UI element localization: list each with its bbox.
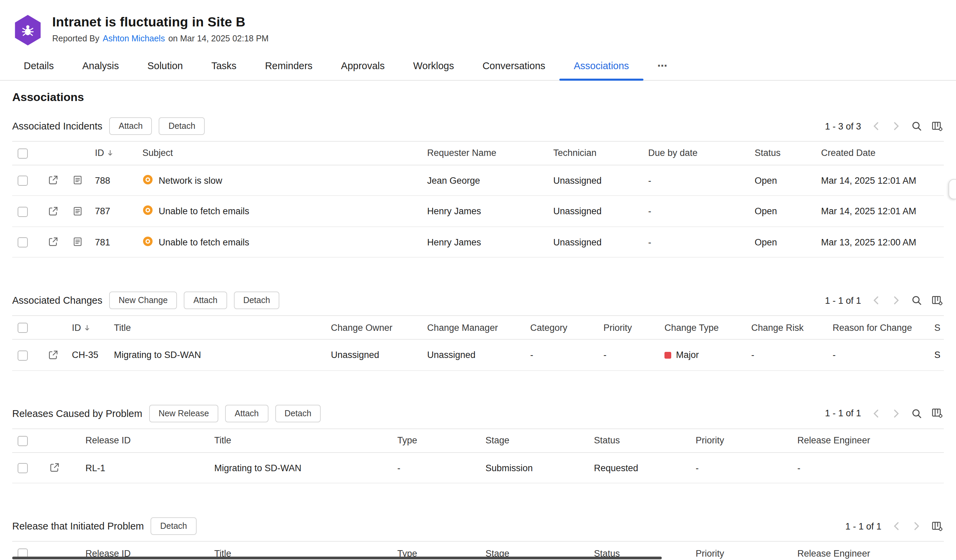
- changes-detach-button[interactable]: Detach: [234, 292, 279, 310]
- changes-select-all-checkbox[interactable]: [17, 323, 28, 333]
- incidents-detach-button[interactable]: Detach: [159, 117, 205, 135]
- notes-icon[interactable]: [71, 235, 84, 249]
- changes-col-category[interactable]: Category: [525, 316, 598, 340]
- changes-attach-button[interactable]: Attach: [184, 292, 227, 310]
- changes-table: ID Title Change Owner Change Manager Cat…: [12, 316, 944, 371]
- incidents-col-technician[interactable]: Technician: [548, 142, 643, 165]
- change-risk: -: [746, 340, 827, 371]
- releases-next-page-icon[interactable]: [890, 407, 903, 420]
- changes-next-page-icon[interactable]: [890, 294, 903, 307]
- new-release-button[interactable]: New Release: [149, 405, 219, 422]
- incidents-attach-button[interactable]: Attach: [109, 117, 152, 135]
- tab-solution[interactable]: Solution: [133, 53, 197, 80]
- incident-row[interactable]: 781 Unable to fetch emails Henry James U…: [12, 227, 944, 258]
- changes-table-scroll-area[interactable]: ID Title Change Owner Change Manager Cat…: [12, 310, 944, 371]
- incident-row[interactable]: 788 Network is slow Jean George Unassign…: [12, 165, 944, 196]
- incidents-header-row: ID Subject Requester Name Technician Due…: [12, 142, 944, 165]
- tab-approvals[interactable]: Approvals: [327, 53, 399, 80]
- right-panel-handle[interactable]: [948, 179, 956, 199]
- incidents-col-requester[interactable]: Requester Name: [422, 142, 548, 165]
- notes-icon[interactable]: [71, 173, 84, 187]
- changes-col-risk[interactable]: Change Risk: [746, 316, 827, 340]
- incidents-select-all-checkbox[interactable]: [17, 148, 28, 159]
- release-initiated-next-page-icon[interactable]: [910, 520, 923, 533]
- releases-search-icon[interactable]: [910, 407, 923, 420]
- open-in-new-icon[interactable]: [46, 204, 60, 218]
- tab-overflow-menu[interactable]: ⋯: [643, 53, 682, 80]
- incidents-col-status[interactable]: Status: [749, 142, 816, 165]
- open-in-new-icon[interactable]: [46, 348, 60, 362]
- changes-column-settings-icon[interactable]: [930, 294, 944, 307]
- releases-col-status[interactable]: Status: [588, 429, 690, 453]
- tab-details[interactable]: Details: [9, 53, 68, 80]
- new-change-button[interactable]: New Change: [109, 292, 177, 310]
- row-checkbox[interactable]: [17, 237, 28, 247]
- change-title: Migrating to SD-WAN: [108, 340, 325, 371]
- row-checkbox[interactable]: [17, 463, 28, 473]
- change-id: CH-35: [66, 340, 108, 371]
- releases-col-priority[interactable]: Priority: [690, 429, 792, 453]
- open-in-new-icon[interactable]: [46, 173, 60, 187]
- releases-detach-button[interactable]: Detach: [275, 405, 321, 422]
- incidents-col-id[interactable]: ID: [90, 142, 137, 165]
- changes-search-icon[interactable]: [910, 294, 923, 307]
- release-initiated-col-engineer[interactable]: Release Engineer: [792, 542, 944, 560]
- changes-col-owner[interactable]: Change Owner: [325, 316, 422, 340]
- changes-col-clipped[interactable]: S: [929, 316, 944, 340]
- horizontal-scrollbar[interactable]: [12, 557, 662, 559]
- incident-status: Open: [749, 165, 816, 196]
- tab-bar: Details Analysis Solution Tasks Reminder…: [0, 53, 956, 81]
- incident-icon: [142, 236, 153, 249]
- tab-conversations[interactable]: Conversations: [468, 53, 559, 80]
- changes-col-title[interactable]: Title: [108, 316, 325, 340]
- releases-column-settings-icon[interactable]: [930, 407, 944, 420]
- release-initiated-prev-page-icon[interactable]: [890, 520, 903, 533]
- page-title: Intranet is fluctuating in Site B: [52, 14, 269, 30]
- releases-select-all-checkbox[interactable]: [17, 436, 28, 446]
- tab-associations[interactable]: Associations: [560, 53, 643, 80]
- incident-technician: Unassigned: [548, 165, 643, 196]
- changes-col-manager[interactable]: Change Manager: [422, 316, 525, 340]
- incidents-col-created[interactable]: Created Date: [816, 142, 944, 165]
- problem-detail-page: Intranet is fluctuating in Site B Report…: [0, 0, 956, 560]
- releases-prev-page-icon[interactable]: [869, 407, 883, 420]
- row-checkbox[interactable]: [17, 350, 28, 360]
- changes-col-type[interactable]: Change Type: [659, 316, 746, 340]
- reporter-link[interactable]: Ashton Michaels: [103, 34, 165, 43]
- open-in-new-icon[interactable]: [47, 461, 61, 475]
- tab-analysis[interactable]: Analysis: [68, 53, 133, 80]
- changes-col-id[interactable]: ID: [66, 316, 108, 340]
- releases-col-engineer[interactable]: Release Engineer: [792, 429, 944, 453]
- releases-attach-button[interactable]: Attach: [225, 405, 268, 422]
- open-in-new-icon[interactable]: [46, 235, 60, 249]
- releases-col-id[interactable]: Release ID: [80, 429, 209, 453]
- releases-col-title[interactable]: Title: [209, 429, 392, 453]
- tab-worklogs[interactable]: Worklogs: [399, 53, 468, 80]
- change-row[interactable]: CH-35 Migrating to SD-WAN Unassigned Una…: [12, 340, 944, 371]
- incident-subject: Unable to fetch emails: [159, 237, 249, 247]
- changes-col-reason[interactable]: Reason for Change: [827, 316, 929, 340]
- tab-reminders[interactable]: Reminders: [251, 53, 327, 80]
- incidents-col-subject[interactable]: Subject: [137, 142, 422, 165]
- incidents-col-due[interactable]: Due by date: [643, 142, 749, 165]
- notes-icon[interactable]: [71, 204, 84, 218]
- release-initiated-col-priority[interactable]: Priority: [690, 542, 792, 560]
- release-initiated-detach-button[interactable]: Detach: [151, 518, 197, 535]
- incidents-column-settings-icon[interactable]: [930, 119, 944, 133]
- release-row[interactable]: RL-1 Migrating to SD-WAN - Submission Re…: [12, 453, 944, 483]
- releases-col-type[interactable]: Type: [392, 429, 480, 453]
- changes-col-priority[interactable]: Priority: [598, 316, 659, 340]
- releases-col-stage[interactable]: Stage: [480, 429, 588, 453]
- changes-prev-page-icon[interactable]: [869, 294, 883, 307]
- release-status: Requested: [588, 453, 690, 483]
- incident-row[interactable]: 787 Unable to fetch emails Henry James U…: [12, 196, 944, 227]
- release-initiated-column-settings-icon[interactable]: [930, 520, 944, 533]
- tab-tasks[interactable]: Tasks: [197, 53, 250, 80]
- row-checkbox[interactable]: [17, 176, 28, 186]
- change-type: Major: [659, 340, 746, 371]
- incidents-next-page-icon[interactable]: [890, 119, 903, 133]
- incidents-prev-page-icon[interactable]: [869, 119, 883, 133]
- row-checkbox[interactable]: [17, 206, 28, 217]
- incidents-search-icon[interactable]: [910, 119, 923, 133]
- incidents-section-title: Associated Incidents: [12, 121, 102, 132]
